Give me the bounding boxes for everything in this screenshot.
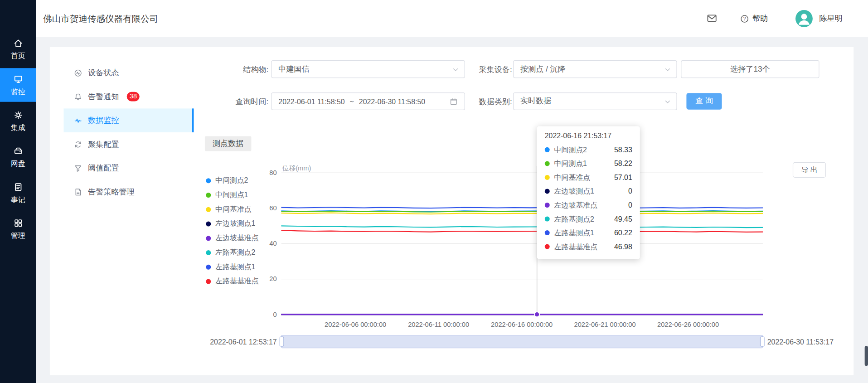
sidebar-item-events[interactable]: 事记 [0,176,36,209]
grid-icon [13,218,23,228]
sidebar-item-monitoring[interactable]: 监控 [0,68,36,102]
help-label: 帮助 [752,14,768,24]
legend-label: 左边坡测点1 [215,218,255,228]
tooltip-series-value: 49.45 [614,215,632,223]
menu-item-alarm-policy[interactable]: 告警策略管理 [63,180,194,204]
tooltip-series-value: 57.01 [614,173,632,181]
legend-item-4[interactable]: 左边坡测点1 [206,217,258,231]
vertical-scrollbar-thumb[interactable] [865,346,868,366]
device-status-icon [73,68,82,78]
sidebar-item-management[interactable]: 管理 [0,212,36,246]
line-chart[interactable] [281,166,763,318]
app-window: 首页 监控 集成 网盘 事记 [0,0,868,383]
chart-legend: 中间测点2中间测点1中间基准点左边坡测点1左边坡基准点左路基测点2左路基测点1左… [206,173,258,288]
legend-item-8[interactable]: 左路基基准点 [206,274,258,289]
legend-label: 左路基测点2 [215,247,255,257]
legend-label: 左路基基准点 [215,276,258,286]
company-title: 佛山市贺迪传感仪器有限公司 [43,0,158,37]
tooltip-series-name: 中间测点1 [554,159,587,169]
tooltip-row: 左边坡基准点0 [545,198,632,212]
sidebar-item-label: 网盘 [11,160,25,168]
sidebar-item-home[interactable]: 首页 [0,32,36,66]
legend-dot-icon [206,178,211,183]
tooltip-series-value: 0 [628,201,632,209]
points-multiselect[interactable]: 选择了13个 [681,60,819,78]
tooltip-series-value: 58.22 [614,160,632,168]
user-avatar[interactable] [795,10,813,27]
username[interactable]: 陈星明 [820,0,843,37]
sidebar-item-integration[interactable]: 集成 [0,104,36,138]
legend-dot-icon [206,192,211,197]
tooltip-series-name: 左边坡基准点 [554,200,597,210]
svg-text:?: ? [743,16,746,21]
secondary-menu: 设备状态 告警通知 38 数据监控 聚集配置 [63,61,194,204]
chevron-down-icon [664,66,671,73]
time-start-value: 2022-06-01 11:58:50 [278,97,344,105]
points-selected-value: 选择了13个 [730,64,770,74]
structure-select[interactable]: 中建国信 [271,60,465,78]
tooltip-row: 中间测点258.33 [545,143,632,157]
legend-dot-icon [206,250,211,255]
pulse-icon [73,116,82,125]
legend-label: 中间基准点 [215,204,251,214]
tooltip-row: 中间基准点57.01 [545,170,632,184]
tooltip-row: 左路基基准点46.98 [545,240,632,254]
top-header: 佛山市贺迪传感仪器有限公司 ? 帮助 陈星明 [36,0,868,37]
sidebar-item-label: 首页 [11,52,25,60]
legend-dot-icon [206,221,211,226]
datazoom-left-handle[interactable] [280,337,284,347]
tooltip-series-name: 左边坡测点1 [554,186,594,196]
menu-item-label: 设备状态 [88,68,119,78]
device-select[interactable]: 按测点 / 沉降 [513,60,677,78]
device-label: 采集设备: [462,60,512,78]
tooltip-series-dot-icon [545,175,550,180]
datazoom-right-handle[interactable] [760,337,765,347]
sidebar-item-label: 集成 [11,123,25,131]
legend-dot-icon [206,207,211,212]
mail-icon[interactable] [706,13,717,24]
legend-dot-icon [206,236,211,241]
export-button[interactable]: 导 出 [793,162,826,178]
notebook-icon [13,182,23,192]
bell-icon [73,92,82,101]
query-button[interactable]: 查 询 [686,93,722,110]
tab-point-data[interactable]: 测点数据 [205,136,252,151]
legend-dot-icon [206,279,211,284]
time-separator: ~ [350,97,354,105]
legend-item-5[interactable]: 左边坡基准点 [206,231,258,245]
legend-item-2[interactable]: 中间测点1 [206,188,258,202]
time-label: 查询时间: [216,92,268,110]
menu-item-label: 聚集配置 [88,139,119,149]
device-value: 按测点 / 沉降 [520,64,566,74]
chevron-down-icon [452,66,460,73]
content-panel: 设备状态 告警通知 38 数据监控 聚集配置 [50,47,853,375]
category-select[interactable]: 实时数据 [513,92,677,110]
time-range-picker[interactable]: 2022-06-01 11:58:50 ~ 2022-06-30 11:58:5… [271,92,465,110]
help-button[interactable]: ? 帮助 [740,0,768,37]
tooltip-row: 左边坡测点10 [545,184,632,199]
menu-item-threshold-config[interactable]: 阈值配置 [63,156,194,180]
tooltip-timestamp: 2022-06-16 21:53:17 [545,132,632,140]
tooltip-series-dot-icon [545,161,550,166]
tooltip-series-dot-icon [545,189,550,194]
chart-tooltip: 2022-06-16 21:53:17 中间测点258.33中间测点158.22… [537,126,640,259]
datazoom-slider[interactable] [281,335,763,348]
x-axis-tick-label: 2022-06-16 00:00:00 [480,320,563,329]
sidebar-item-netdisk[interactable]: 网盘 [0,140,36,174]
legend-label: 左边坡基准点 [215,233,258,243]
sidebar-item-label: 监控 [11,87,25,96]
tooltip-series-dot-icon [545,147,550,152]
menu-item-alarm-notifications[interactable]: 告警通知 38 [63,85,194,109]
legend-item-3[interactable]: 中间基准点 [206,202,258,217]
tooltip-series-dot-icon [545,217,550,222]
refresh-icon [73,140,82,149]
menu-item-data-monitoring[interactable]: 数据监控 [63,108,194,132]
x-axis-tick-label: 2022-06-26 00:00:00 [646,320,729,329]
gear-icon [13,110,23,120]
legend-item-7[interactable]: 左路基测点1 [206,260,258,274]
legend-item-6[interactable]: 左路基测点2 [206,245,258,260]
menu-item-device-status[interactable]: 设备状态 [63,61,194,85]
brush-end-label: 2022-06-30 11:53:17 [767,337,856,347]
legend-item-1[interactable]: 中间测点2 [206,173,258,188]
menu-item-aggregation-config[interactable]: 聚集配置 [63,132,194,156]
